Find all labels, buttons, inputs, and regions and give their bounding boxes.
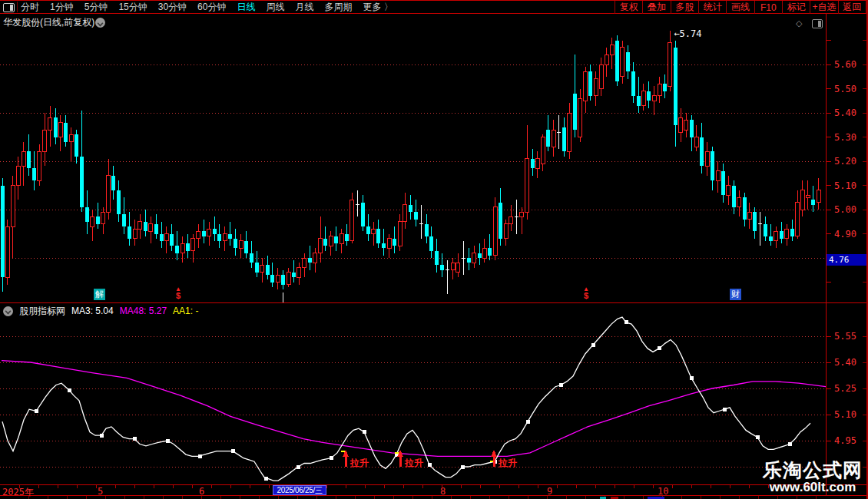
lift-signal[interactable]: 拉升 [343,450,369,468]
candle [11,176,15,258]
tool-buttons: 复权叠加多股统计画线F10标记+自选返回 [615,1,866,14]
watermark: 乐淘公式网 www.60lt.com [759,460,866,495]
axis-tick [547,496,548,499]
axis-tick [220,496,221,499]
ind-axis-labels: 5.555.405.255.104.95 [834,331,856,446]
svg-text:5.10: 5.10 [834,180,856,191]
axis-tick [442,485,442,488]
indicator-header: 股朋指标网 MA3: 5.04 MA48: 5.27 AA1: - [3,306,198,316]
period-tab[interactable]: 月线 [295,1,313,14]
candle [217,224,221,249]
candle [117,180,121,222]
candle [85,190,89,234]
candle [621,41,624,84]
split-pane-icon[interactable] [3,3,15,12]
period-tab[interactable]: 周线 [266,1,284,14]
period-tab[interactable]: 分时 [21,1,39,14]
indicator-dropdown-icon[interactable] [3,306,13,316]
axis-tick [230,485,231,488]
tool-button[interactable]: 复权 [615,1,642,14]
candle [403,193,407,229]
svg-text:拉升: 拉升 [498,458,517,468]
axis-tick [566,496,567,499]
candle [594,71,598,105]
tool-button[interactable]: 标记 [782,1,810,14]
candle [54,108,58,144]
tool-button[interactable]: 画线 [726,1,754,14]
axis-tick [374,496,375,499]
candle [250,241,253,268]
axis-tick [86,496,87,499]
dollar-signal-icon[interactable]: ▲$ [174,287,183,299]
date-axis-label: 10 [658,486,668,497]
candle [144,210,147,236]
candle [573,55,577,137]
candle [191,234,195,263]
indicator-chart[interactable]: 5.555.405.255.104.95拉升拉升拉升 [0,303,868,485]
watermark-line2: www.60lt.com [759,480,866,495]
period-tab[interactable]: 多周期 [324,1,352,14]
candle [541,134,545,170]
dollar-signal-icon[interactable]: ▲$ [581,287,591,299]
period-tab[interactable]: 30分钟 [158,1,187,14]
period-tab[interactable]: 5分钟 [84,1,108,14]
candle [705,142,709,176]
candle [472,246,476,267]
tool-button[interactable]: 返回 [838,1,866,14]
axis-tick [797,496,797,499]
candle [376,220,380,249]
lift-signal[interactable]: 拉升 [491,450,517,468]
tool-button[interactable]: 多股 [671,1,698,14]
period-tab[interactable]: 15分钟 [118,1,147,14]
axis-tick [211,485,212,488]
candle [663,74,667,99]
candle [482,239,486,263]
axis-tick [173,485,174,488]
candle [329,231,333,256]
tool-button[interactable]: 统计 [698,1,726,14]
candle [38,144,41,186]
candle [747,203,751,230]
jie-badge-icon[interactable]: 解 [94,289,105,300]
axis-tick [412,496,413,499]
axis-tick [134,485,135,488]
axis-tick [634,485,634,488]
watermark-line1: 乐淘公式网 [759,460,866,480]
candle [562,117,566,156]
cai-badge-icon[interactable]: 财 [730,289,741,300]
candle [228,222,232,246]
candle [509,205,513,232]
candle [588,64,592,101]
axis-tick [615,485,615,488]
axis-tick [336,496,336,499]
tool-button[interactable]: F10 [754,1,782,14]
axis-tick [489,496,490,499]
svg-text:5.40: 5.40 [834,107,856,118]
candle [806,180,810,210]
candle [75,130,78,164]
lift-signal[interactable]: 拉升 [397,450,423,468]
diamond-icon[interactable]: ◇ [796,18,807,28]
period-tab[interactable]: 更多 〉 [363,1,393,14]
candle [350,193,354,243]
period-tab[interactable]: 1分钟 [50,1,74,14]
xaxis-top-line [0,484,868,485]
tool-button[interactable]: +自选 [810,1,837,14]
axis-tick [115,485,116,488]
axis-tick [28,496,29,499]
candle [43,113,47,166]
candle [16,157,20,200]
tool-button[interactable]: 叠加 [642,1,670,14]
candle [334,226,338,251]
axis-tick [278,496,279,499]
period-tab[interactable]: 60分钟 [197,1,226,14]
main-candle-chart[interactable]: 5.605.505.405.305.205.105.004.90←5.74←4.… [0,14,868,303]
axis-tick [711,485,711,488]
candle [605,48,608,77]
candle [345,224,349,246]
title-dropdown-icon[interactable] [95,18,105,28]
period-tab[interactable]: 日线 [237,1,255,14]
svg-text:5.60: 5.60 [834,59,856,70]
split-window-icon[interactable] [812,19,823,28]
app-window: 分时1分钟5分钟15分钟30分钟60分钟日线周线月线多周期更多 〉 复权叠加多股… [0,0,868,499]
